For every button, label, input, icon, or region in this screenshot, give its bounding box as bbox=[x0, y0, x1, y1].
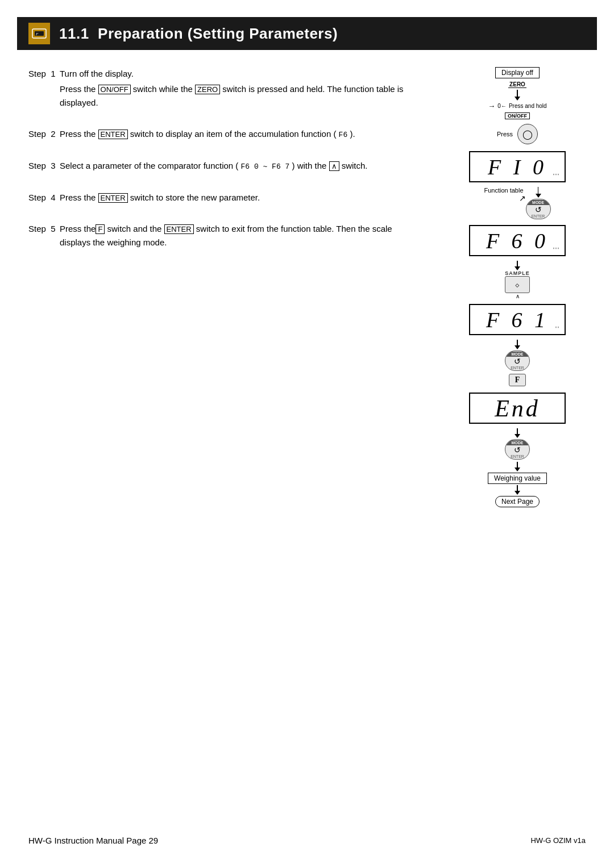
enter-key-4: ENTER bbox=[98, 193, 128, 203]
enter-key-2: ENTER bbox=[98, 130, 128, 139]
diagram-display-off: Display off ZERO → 0← Press and hold ON/… bbox=[488, 67, 546, 148]
zero-key: ZERO bbox=[195, 85, 220, 94]
sample-btn-box: ⬦ bbox=[505, 276, 530, 293]
step-label-3: Step 3 bbox=[28, 159, 60, 175]
section-title: 11.1 Preparation (Setting Parameters) bbox=[59, 25, 338, 43]
step-2-content: Press the ENTER switch to display an ite… bbox=[60, 127, 421, 143]
lcd1-dots: ''' bbox=[553, 172, 560, 179]
mode-label-3: MODE bbox=[505, 440, 529, 445]
sample-btn-wrap: SAMPLE ⬦ ∧ bbox=[505, 270, 530, 299]
footer-right: HW-G OZIM v1a bbox=[530, 836, 586, 845]
arrow-line-2 bbox=[538, 187, 539, 194]
sample-button: SAMPLE ⬦ ∧ bbox=[505, 261, 530, 299]
footer: HW-G Instruction Manual Page 29 HW-G OZI… bbox=[0, 836, 614, 845]
mode-enter-button-2: MODE ↺ ENTER bbox=[505, 350, 530, 371]
step-4-main: Press the ENTER switch to store the new … bbox=[60, 191, 421, 204]
lcd3-dots: '' bbox=[555, 325, 560, 332]
arrow-tip-6 bbox=[515, 468, 520, 471]
zero-row: ZERO bbox=[508, 81, 526, 88]
f-key-box: F bbox=[509, 374, 526, 386]
arrow-tip-2 bbox=[536, 194, 541, 198]
lcd-display-2: F 6 0 ''' bbox=[469, 225, 566, 256]
arrow-tip-1 bbox=[515, 97, 520, 101]
zero-btn-small: 0← bbox=[497, 103, 507, 109]
diagram-column: Display off ZERO → 0← Press and hold ON/… bbox=[443, 67, 591, 508]
lcd2-text: F 6 0 bbox=[486, 228, 549, 253]
section-icon: F bbox=[28, 23, 50, 44]
mode-icon-1: ↺ bbox=[535, 205, 542, 214]
mode-label-1: MODE bbox=[526, 200, 550, 205]
step-3-main: Select a parameter of the comparator fun… bbox=[60, 159, 421, 173]
step-4: Step 4 Press the ENTER switch to store t… bbox=[28, 191, 421, 206]
step-2-main: Press the ENTER switch to display an ite… bbox=[60, 127, 421, 141]
mode-icon-3: ↺ bbox=[514, 445, 521, 454]
step-label-1: Step 1 bbox=[28, 67, 60, 111]
mode-enter-2-group: MODE ↺ ENTER F bbox=[505, 340, 530, 388]
mode-icon-2: ↺ bbox=[514, 357, 521, 366]
lcd3-text: F 6 1 bbox=[486, 307, 549, 332]
arrow-tip-5 bbox=[515, 434, 520, 438]
arrow-right-icon: → bbox=[488, 102, 495, 110]
lcd-display-1: F I 0 ''' bbox=[469, 151, 566, 182]
step-label-2: Step 2 bbox=[28, 127, 60, 143]
step-1-sub: Press the ON/OFF switch while the ZERO s… bbox=[60, 82, 421, 109]
lcd-display-4: End bbox=[469, 393, 566, 424]
press-hold-text: Press and hold bbox=[509, 103, 547, 109]
step-1-content: Turn off the display. Press the ON/OFF s… bbox=[60, 67, 421, 111]
arrow-line-4 bbox=[517, 340, 518, 345]
press-hold-row: → 0← Press and hold bbox=[488, 102, 546, 110]
arrow-tip-7 bbox=[515, 491, 520, 495]
arrow-mode-group: MODE ↺ ENTER bbox=[526, 187, 551, 220]
step-3: Step 3 Select a parameter of the compara… bbox=[28, 159, 421, 175]
up-arrow-label: ∧ bbox=[516, 293, 520, 299]
zero-key-label: ZERO bbox=[508, 81, 526, 88]
next-page-button[interactable]: Next Page bbox=[495, 496, 540, 507]
lcd-display-3: F 6 1 '' bbox=[469, 304, 566, 335]
step-5-main: Press theF switch and the ENTER switch t… bbox=[60, 222, 421, 249]
step-label-4: Step 4 bbox=[28, 191, 60, 206]
up-key: ∧ bbox=[329, 161, 339, 171]
function-table-row: Function table ↗ MODE ↺ ENTER bbox=[443, 187, 591, 220]
arrow-tip-3 bbox=[515, 266, 520, 270]
step-3-content: Select a parameter of the comparator fun… bbox=[60, 159, 421, 175]
step-5: Step 5 Press theF switch and the ENTER s… bbox=[28, 222, 421, 251]
mode-enter-button-1: MODE ↺ ENTER bbox=[526, 199, 551, 219]
arrow-tip-4 bbox=[515, 345, 520, 349]
onoff-label: ON/OFF bbox=[505, 112, 530, 119]
enter-label-2: ENTER bbox=[511, 366, 524, 370]
step-1-main: Turn off the display. bbox=[60, 67, 421, 80]
step-1: Step 1 Turn off the display. Press the O… bbox=[28, 67, 421, 111]
power-button: ◯ bbox=[517, 124, 538, 144]
footer-left: HW-G Instruction Manual Page 29 bbox=[28, 836, 158, 845]
function-table-label-group: Function table ↗ bbox=[484, 187, 523, 203]
svg-text:F: F bbox=[35, 32, 39, 36]
lcd4-text: End bbox=[495, 395, 540, 422]
mode-enter-3-group: MODE ↺ ENTER bbox=[505, 428, 530, 461]
arrow-line-7 bbox=[517, 485, 518, 491]
steps-column: Step 1 Turn off the display. Press the O… bbox=[28, 67, 432, 508]
arrow-line-3 bbox=[517, 261, 518, 266]
section-header: F 11.1 Preparation (Setting Parameters) bbox=[17, 17, 597, 50]
onoff-key: ON/OFF bbox=[98, 85, 131, 94]
press-row: Press ◯ bbox=[497, 123, 538, 145]
enter-key-5: ENTER bbox=[164, 224, 194, 234]
lcd2-dots: ''' bbox=[553, 246, 560, 253]
step-5-content: Press theF switch and the ENTER switch t… bbox=[60, 222, 421, 251]
mode-label-2: MODE bbox=[505, 352, 529, 357]
f-key: F bbox=[96, 224, 105, 234]
sample-text: SAMPLE bbox=[505, 270, 530, 276]
enter-label-3: ENTER bbox=[511, 454, 524, 458]
mode-enter-button-3: MODE ↺ ENTER bbox=[505, 439, 530, 460]
step-4-content: Press the ENTER switch to store the new … bbox=[60, 191, 421, 206]
function-table-label: Function table bbox=[484, 187, 523, 194]
weighing-value-label: Weighing value bbox=[488, 473, 547, 484]
enter-label-1: ENTER bbox=[532, 214, 545, 218]
arrow-line-6 bbox=[517, 462, 518, 468]
step-2: Step 2 Press the ENTER switch to display… bbox=[28, 127, 421, 143]
arrow-line-5 bbox=[517, 428, 518, 434]
step-label-5: Step 5 bbox=[28, 222, 60, 251]
lcd1-text: F I 0 bbox=[488, 155, 547, 180]
arrow-line-1 bbox=[517, 90, 518, 97]
display-off-label: Display off bbox=[495, 67, 540, 78]
press-label: Press bbox=[497, 131, 513, 137]
